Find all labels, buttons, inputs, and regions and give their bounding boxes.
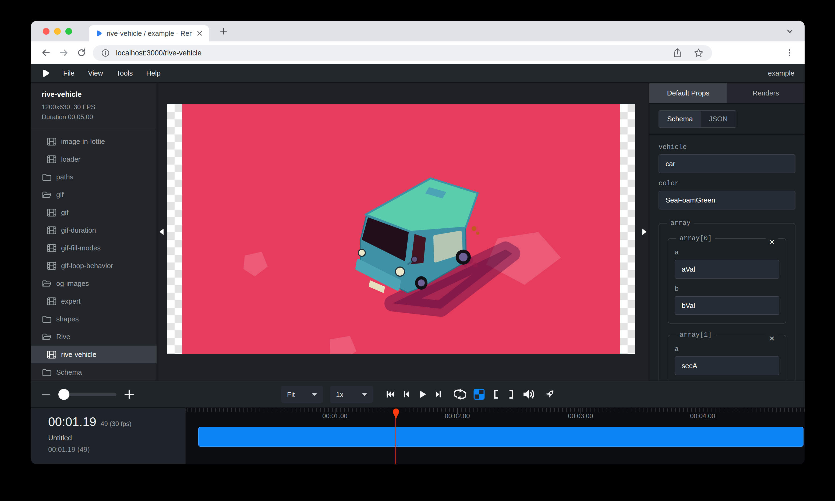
project-duration: Duration 00:05.00 [42, 112, 157, 122]
composition-list: image-in-lottie loader paths gif gif [31, 129, 157, 381]
props-fields: vehicle color array array[0] × a b [649, 135, 805, 381]
menu-tools[interactable]: Tools [117, 69, 133, 78]
toggle-schema[interactable]: Schema [659, 111, 701, 127]
array-1-a-label: a [675, 345, 779, 353]
sidebar-item-rive-folder[interactable]: Rive [31, 328, 157, 345]
rocket-icon[interactable] [544, 388, 556, 400]
array-1-fieldset: array[1] × a b [668, 331, 786, 381]
previous-frame-icon[interactable] [402, 390, 411, 399]
size-select[interactable]: Fit [281, 386, 323, 403]
ruler-label-1s: 00:01.00 [322, 412, 347, 420]
share-icon[interactable] [672, 48, 683, 58]
timeline-ruler[interactable] [187, 408, 805, 412]
timeline: 00:01.1949 (30 fps) Untitled 00:01.19 (4… [31, 407, 805, 464]
speed-select-value: 1x [336, 391, 343, 399]
sidebar-item-gif[interactable]: gif [31, 204, 157, 221]
collapse-left-panel-icon[interactable] [160, 229, 164, 235]
sidebar-item-gif-duration[interactable]: gif-duration [31, 221, 157, 239]
menu-file[interactable]: File [63, 69, 75, 78]
props-panel: Default Props Renders Schema JSON vehicl… [649, 83, 805, 381]
sidebar-item-loader[interactable]: loader [31, 150, 157, 168]
props-panel-tabs: Default Props Renders [649, 83, 805, 104]
volume-icon[interactable] [522, 388, 535, 400]
zoom-slider[interactable] [58, 393, 117, 396]
composition-frame [167, 104, 635, 354]
zoom-out-icon[interactable] [42, 394, 50, 395]
folder-icon [42, 173, 52, 181]
array-0-b-input[interactable] [675, 296, 779, 315]
zoom-in-icon[interactable] [125, 390, 134, 399]
zoom-slider-thumb[interactable] [58, 389, 69, 400]
skip-to-start-icon[interactable] [386, 390, 395, 399]
in-point-icon[interactable] [492, 388, 500, 400]
vehicle-field-input[interactable] [658, 154, 795, 173]
close-window-button[interactable] [43, 28, 49, 35]
array-0-a-input[interactable] [675, 260, 779, 279]
array-1-a-input[interactable] [675, 356, 779, 375]
color-field-input[interactable] [658, 191, 795, 210]
address-bar[interactable]: localhost:3000/rive-vehicle [93, 45, 712, 61]
tab-renders[interactable]: Renders [727, 83, 805, 103]
folder-icon [42, 315, 52, 323]
tab-close-icon[interactable] [196, 30, 203, 37]
speed-select[interactable]: 1x [330, 386, 373, 403]
array-0-b-label: b [675, 285, 779, 293]
tab-default-props[interactable]: Default Props [649, 83, 727, 103]
site-info-icon[interactable] [101, 48, 110, 58]
reload-icon[interactable] [76, 47, 87, 58]
project-name: rive-vehicle [42, 90, 157, 99]
app-menubar: File View Tools Help example [31, 64, 805, 83]
back-icon[interactable] [41, 47, 52, 58]
sidebar-item-label: gif-loop-behavior [61, 262, 113, 270]
tab-search-chevron-icon[interactable] [786, 28, 794, 35]
array-0-a-label: a [675, 249, 779, 256]
size-select-value: Fit [287, 391, 295, 399]
loop-icon[interactable] [454, 388, 466, 400]
transparency-checkerboard-icon[interactable] [473, 388, 485, 400]
schema-json-toggle: Schema JSON [658, 110, 736, 128]
browser-tab[interactable]: rive-vehicle / example - Remoti [89, 25, 209, 41]
new-tab-icon[interactable] [219, 27, 228, 36]
sidebar-item-rive-vehicle[interactable]: rive-vehicle [31, 345, 157, 363]
sidebar-item-gif-fill-modes[interactable]: gif-fill-modes [31, 239, 157, 257]
sidebar-item-label: gif-fill-modes [61, 244, 101, 252]
preview-canvas [157, 83, 649, 381]
sidebar-item-label: og-images [56, 279, 89, 288]
sidebar-item-gif-folder[interactable]: gif [31, 186, 157, 204]
array-0-fieldset: array[0] × a b [668, 234, 786, 323]
collapse-right-panel-icon[interactable] [643, 229, 647, 235]
menu-view[interactable]: View [88, 69, 103, 78]
bookmark-star-icon[interactable] [693, 48, 704, 58]
timeline-track-area[interactable]: 00:01.00 00:02.00 00:03.00 00:04.00 [187, 407, 805, 464]
sidebar-item-expert[interactable]: expert [31, 292, 157, 310]
next-frame-icon[interactable] [434, 390, 443, 399]
menu-help[interactable]: Help [146, 69, 161, 78]
project-label: example [768, 69, 794, 78]
vehicle-illustration [182, 104, 620, 354]
remove-array-0-icon[interactable]: × [766, 237, 778, 247]
browser-menu-icon[interactable] [785, 48, 794, 58]
sidebar-item-og-images[interactable]: og-images [31, 275, 157, 292]
sidebar-item-shapes[interactable]: shapes [31, 310, 157, 328]
remove-array-1-icon[interactable]: × [766, 334, 778, 343]
playhead-marker[interactable] [392, 408, 400, 420]
sidebar-item-schema[interactable]: Schema [31, 363, 157, 381]
folder-open-icon [42, 191, 52, 199]
out-point-icon[interactable] [507, 388, 515, 400]
zoom-control [42, 381, 134, 407]
sidebar-item-paths[interactable]: paths [31, 168, 157, 186]
minimize-window-button[interactable] [54, 28, 61, 35]
sidebar-item-gif-loop-behavior[interactable]: gif-loop-behavior [31, 257, 157, 275]
forward-icon[interactable] [58, 47, 69, 58]
timeline-clip[interactable] [198, 427, 803, 447]
browser-tabstrip: rive-vehicle / example - Remoti [31, 21, 805, 41]
current-timecode: 00:01.19 [48, 415, 96, 429]
toggle-json[interactable]: JSON [701, 111, 735, 127]
composition-stage [182, 104, 620, 354]
chevron-down-icon [362, 393, 367, 396]
sidebar-item-image-in-lottie[interactable]: image-in-lottie [31, 132, 157, 150]
fast-refresh [544, 381, 556, 407]
play-icon[interactable] [417, 389, 427, 399]
fullscreen-window-button[interactable] [65, 28, 72, 35]
ruler-label-3s: 00:03.00 [568, 412, 593, 420]
